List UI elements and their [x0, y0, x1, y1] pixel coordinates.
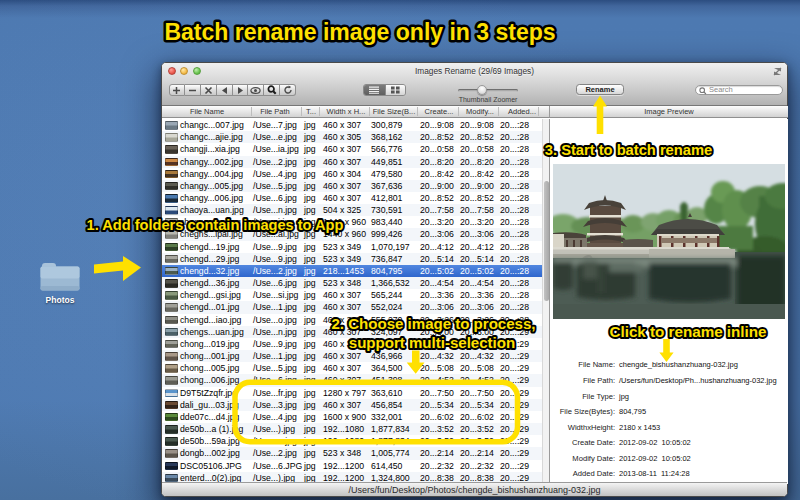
svg-text:Batch rename image only in 3 s: Batch rename image only in 3 steps	[164, 19, 555, 45]
